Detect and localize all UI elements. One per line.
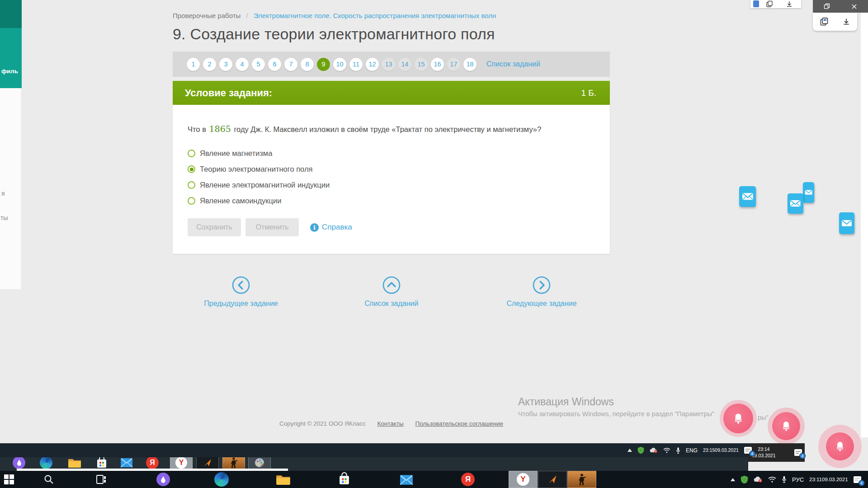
pagination-item-8[interactable]: 8 [301,58,314,71]
agreement-link[interactable]: Пользовательское соглашение [415,420,503,427]
sidebar-item-profile[interactable]: филь [1,68,18,75]
pagination-item-14[interactable]: 14 [398,58,411,71]
pagination-item-6[interactable]: 6 [268,58,281,71]
download-icon[interactable] [786,0,793,8]
wifi-icon[interactable] [768,476,776,483]
app-chip-icon[interactable] [753,0,759,7]
copy-screenshot-icon[interactable] [820,17,829,26]
search-button[interactable] [43,474,54,487]
prev-task-button[interactable]: Предыдущее задание [187,276,295,308]
drop-app-icon[interactable] [13,456,25,469]
answer-option-3[interactable]: Явление электромагнитной индукции [188,181,597,189]
pagination-item-18[interactable]: 18 [463,58,476,71]
tray-clock[interactable]: 23:1509.03.2021 [703,447,739,454]
microphone-icon[interactable] [782,475,787,483]
radio-icon[interactable] [188,197,195,205]
start-button[interactable] [4,474,14,487]
pagination-item-11[interactable]: 11 [349,58,363,71]
microphone-icon[interactable] [676,447,680,454]
search-icon [43,474,54,485]
mail-widget-button[interactable] [788,193,803,214]
antivirus-shield-icon[interactable] [637,446,644,454]
breadcrumb-root[interactable]: Проверочные работы [173,12,241,19]
pagination-item-5[interactable]: 5 [252,58,265,71]
answer-option-label: Явление магнетизма [200,149,272,158]
pagination-item-15[interactable]: 15 [415,58,428,71]
pagination-item-10[interactable]: 10 [333,58,346,71]
store-icon[interactable] [338,472,350,488]
cancel-button[interactable]: Отменить [245,218,299,236]
notification-bell-button[interactable] [826,432,854,460]
pagination-item-7[interactable]: 7 [284,58,297,71]
pagination-item-9[interactable]: 9 [317,58,330,71]
answer-option-2[interactable]: Теорию электромагнитного поля [188,165,597,174]
next-task-button[interactable]: Следующее задание [487,276,596,308]
pagination-item-4[interactable]: 4 [236,58,249,71]
pagination-item-2[interactable]: 2 [203,58,216,71]
help-label: Справка [322,223,352,232]
answer-option-4[interactable]: Явление самоиндукции [188,197,597,205]
yandex-browser-taskbar-button[interactable]: Y [509,471,538,488]
language-indicator[interactable]: ENG [686,447,698,454]
pagination-item-12[interactable]: 12 [366,58,379,71]
file-explorer-icon[interactable] [276,474,291,487]
pagination-item-17[interactable]: 17 [447,58,460,71]
edge-browser-icon[interactable] [214,472,229,487]
notification-count-badge: 4 [799,453,806,459]
contacts-link[interactable]: Контакты [377,420,404,427]
sidebar-item-fragment-2[interactable]: ты [0,214,8,221]
game-launcher-taskbar-button[interactable] [538,471,567,488]
radio-icon[interactable] [188,150,195,157]
task-list-button[interactable]: Список заданий [337,276,446,308]
mail-app-icon[interactable] [120,457,133,470]
file-explorer-icon[interactable] [68,457,81,470]
task-condition-label: Условие задания: [185,87,272,99]
download-screenshot-icon[interactable] [842,18,850,26]
pagination-item-1[interactable]: 1 [187,58,200,71]
notifications-icon[interactable]: 4 [854,476,861,483]
radio-selected-icon[interactable] [188,165,195,173]
cloud-sync-error-icon[interactable] [754,476,763,483]
answer-option-label: Теорию электромагнитного поля [200,165,312,174]
restore-window-icon[interactable] [824,3,830,9]
tray-expand-icon[interactable] [627,449,632,452]
drop-app-icon[interactable] [156,473,170,486]
mail-widget-button[interactable] [803,182,814,203]
edge-browser-icon[interactable] [40,456,52,469]
question-prefix: Что в [188,125,208,133]
radio-icon[interactable] [188,181,195,189]
pagination-item-13[interactable]: 13 [382,58,395,71]
info-icon: i [310,223,319,232]
task-view-button[interactable] [96,474,107,486]
tray-clock[interactable]: 23:1109.03.2021 [809,476,848,483]
sidebar-item-fragment-1[interactable]: я [1,190,5,197]
screenshot-actions-panel [813,13,857,31]
antivirus-shield-icon[interactable] [741,475,748,484]
copy-icon[interactable] [766,0,773,8]
mail-app-icon[interactable] [400,474,413,488]
sidebar-profile-block[interactable]: филь [0,28,22,88]
notifications-icon[interactable]: 4 [744,447,752,454]
pagination-item-16[interactable]: 16 [431,58,444,71]
yandex-icon[interactable]: Я [461,473,475,486]
pagination-item-3[interactable]: 3 [219,58,232,71]
csgo-taskbar-button[interactable] [567,471,596,488]
answer-option-1[interactable]: Явление магнетизма [188,149,597,158]
tray-clock[interactable]: 23:1409.03.2021 [752,446,776,459]
yandex-icon[interactable]: Я [146,456,159,469]
breadcrumb-current-link[interactable]: Электромагнитное поле. Скорость распрост… [254,12,496,19]
notification-bell-button[interactable] [723,404,753,433]
tray-expand-icon[interactable] [731,478,735,481]
help-link[interactable]: i Справка [310,223,352,232]
close-icon[interactable] [851,4,857,9]
mail-widget-button[interactable] [739,186,756,207]
language-indicator[interactable]: РУС [792,476,804,483]
notification-bell-button[interactable] [772,412,800,440]
notifications-icon[interactable]: 4 [794,449,802,456]
pagination-bar: 123456789101112131415161718 Список задан… [173,52,610,77]
pagination-task-list-link[interactable]: Список заданий [486,60,540,68]
save-button[interactable]: Сохранить [188,218,241,236]
mail-widget-button[interactable] [839,212,854,234]
wifi-icon[interactable] [663,447,670,453]
cloud-sync-error-icon[interactable] [650,447,658,453]
